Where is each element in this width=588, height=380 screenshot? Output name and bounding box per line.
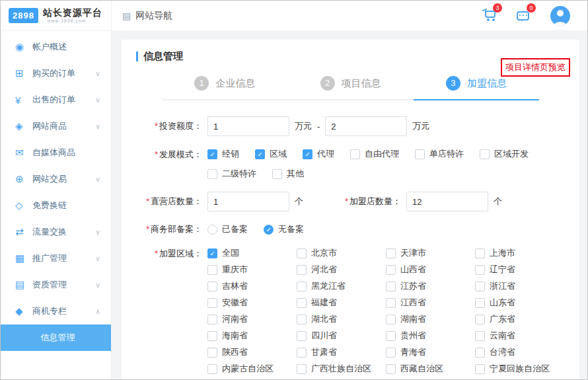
sidebar-item[interactable]: 信息管理 — [1, 324, 111, 351]
step-tab[interactable]: 2 项目信息 — [287, 76, 413, 100]
checkbox-label: 湖北省 — [311, 313, 337, 325]
region-checkbox-option[interactable]: 浙江省 — [475, 280, 564, 292]
region-checkbox-option[interactable]: 重庆市 — [207, 264, 297, 276]
checkbox-icon — [386, 364, 396, 374]
dev-mode-checkbox-option[interactable]: 区域 — [255, 148, 287, 160]
franchise-store-input[interactable] — [406, 192, 488, 211]
messages-button[interactable]: 0 — [517, 7, 529, 24]
region-checkbox-option[interactable]: 宁夏回族自治区 — [475, 363, 564, 375]
checkbox-icon — [207, 149, 217, 159]
region-checkbox-option[interactable]: 辽宁省 — [475, 264, 564, 276]
region-checkbox-option[interactable]: 陕西省 — [207, 346, 297, 358]
region-checkbox-option[interactable]: 青海省 — [386, 346, 475, 358]
region-checkbox-option[interactable]: 天津市 — [386, 247, 475, 259]
region-checkbox-option[interactable]: 海南省 — [207, 330, 297, 342]
sidebar-item-label: 帐户概述 — [32, 41, 100, 53]
required-asterisk: * — [146, 224, 149, 234]
checkbox-label: 海南省 — [222, 330, 248, 342]
checkbox-label: 山西省 — [400, 264, 426, 276]
checkbox-icon — [207, 364, 217, 374]
filing-radio-option[interactable]: 已备案 — [207, 223, 248, 235]
messages-badge: 0 — [527, 3, 536, 13]
chevron-icon: ∨ — [95, 96, 100, 104]
region-checkbox-option[interactable]: 全国 — [207, 247, 297, 259]
filing-radio-option[interactable]: 无备案 — [264, 223, 304, 235]
checkbox-label: 陕西省 — [222, 346, 248, 358]
region-checkbox-option[interactable]: 湖北省 — [297, 313, 386, 325]
dev-mode-checkbox-option[interactable]: 其他 — [272, 168, 304, 180]
region-checkbox-option[interactable]: 山西省 — [386, 264, 475, 276]
checkbox-icon — [297, 265, 307, 275]
investment-min-input[interactable] — [207, 116, 289, 136]
sidebar-item[interactable]: ▤ 资质管理 ∨ — [1, 272, 111, 298]
region-checkbox-option[interactable]: 广西壮族自治区 — [297, 363, 386, 375]
sidebar-item[interactable]: ◉ 帐户概述 — [1, 34, 111, 60]
sidebar-item[interactable]: ◆ 商机专栏 ∧ — [1, 298, 111, 324]
direct-store-label: *直营店数量： — [136, 196, 202, 208]
dev-mode-checkbox-option[interactable]: 经销 — [207, 148, 239, 160]
region-checkbox-option[interactable]: 云南省 — [475, 330, 564, 342]
sidebar-item[interactable]: ⇄ 流量交换 ∨ — [1, 219, 111, 245]
sidebar-item[interactable]: ✉ 自媒体商品 — [1, 139, 111, 166]
sidebar-item[interactable]: ▦ 推广管理 ∨ — [1, 245, 111, 272]
dev-mode-checkbox-option[interactable]: 代理 — [303, 148, 334, 160]
sidebar-item-icon: ◉ — [15, 41, 32, 53]
region-checkbox-option[interactable]: 四川省 — [297, 330, 386, 342]
region-checkbox-option[interactable]: 福建省 — [297, 297, 386, 309]
region-checkbox-option[interactable]: 内蒙古自治区 — [207, 363, 297, 375]
checkbox-label: 山东省 — [490, 297, 515, 309]
sidebar-item[interactable]: ⊕ 网站交易 ∨ — [1, 166, 111, 192]
account-button[interactable] — [550, 7, 570, 24]
project-detail-preview-button[interactable]: 项目详情页预览 — [501, 58, 570, 77]
step-label: 企业信息 — [215, 77, 255, 90]
investment-max-input[interactable] — [325, 116, 407, 136]
radio-icon — [264, 225, 274, 235]
region-checkbox-option[interactable]: 吉林省 — [207, 280, 297, 292]
dev-mode-checkbox-option[interactable]: 自由代理 — [350, 148, 399, 160]
investment-unit-2: 万元 — [412, 120, 429, 132]
region-checkbox-option[interactable]: 西藏自治区 — [386, 363, 475, 375]
region-checkbox-option[interactable]: 河南省 — [207, 313, 297, 325]
checkbox-icon — [297, 315, 307, 324]
region-checkbox-option[interactable]: 江西省 — [386, 297, 475, 309]
region-checkbox-option[interactable]: 北京市 — [297, 247, 386, 259]
sidebar-item[interactable]: ⊞ 购买的订单 ∨ — [1, 60, 111, 87]
chevron-icon: ∨ — [95, 228, 100, 237]
region-checkbox-option[interactable]: 贵州省 — [386, 330, 475, 342]
checkbox-label: 其他 — [287, 168, 304, 180]
region-checkbox-option[interactable]: 江苏省 — [386, 280, 475, 292]
region-checkbox-option[interactable]: 甘肃省 — [297, 346, 386, 358]
checkbox-label: 代理 — [317, 148, 334, 160]
dev-mode-checkbox-option[interactable]: 二级特许 — [207, 168, 256, 180]
step-label: 加盟信息 — [467, 77, 507, 90]
site-nav-link[interactable]: ▤ 网站导航 — [122, 10, 172, 22]
dev-mode-checkbox-option[interactable]: 单店特许 — [415, 148, 464, 160]
sidebar-item[interactable]: ¥ 出售的订单 ∨ — [1, 87, 111, 113]
checkbox-icon — [475, 282, 485, 291]
checkbox-icon — [303, 149, 312, 159]
cart-button[interactable]: 3 — [485, 7, 496, 24]
region-checkbox-option[interactable]: 山东省 — [475, 297, 564, 309]
sidebar-item-icon: ▦ — [15, 252, 32, 264]
checkbox-label: 区域开发 — [494, 148, 529, 160]
step-number-badge: 2 — [320, 76, 335, 91]
sidebar-item[interactable]: ◈ 网站商品 ∨ — [1, 113, 111, 139]
sidebar-item-label: 网站商品 — [32, 120, 95, 132]
region-checkbox-option[interactable]: 湖南省 — [386, 313, 475, 325]
region-checkbox-option[interactable]: 台湾省 — [475, 346, 564, 358]
region-checkbox-option[interactable]: 安徽省 — [207, 297, 297, 309]
step-tab[interactable]: 3 加盟信息 — [414, 76, 539, 100]
dev-mode-checkbox-option[interactable]: 区域开发 — [480, 148, 529, 160]
store-counts-row: *直营店数量： 个 *加盟店数量： 个 — [136, 192, 565, 211]
checkbox-label: 浙江省 — [490, 280, 515, 292]
region-checkbox-option[interactable]: 河北省 — [297, 264, 386, 276]
step-tab[interactable]: 1 企业信息 — [162, 76, 287, 100]
region-checkbox-option[interactable]: 广东省 — [475, 313, 564, 325]
sidebar-item[interactable]: ◇ 免费换链 — [1, 192, 111, 219]
region-checkbox-option[interactable]: 黑龙江省 — [297, 280, 386, 292]
checkbox-icon — [475, 265, 485, 275]
checkbox-label: 辽宁省 — [490, 264, 515, 276]
region-checkbox-option[interactable]: 上海市 — [475, 247, 564, 259]
checkbox-icon — [350, 149, 360, 159]
direct-store-input[interactable] — [207, 192, 289, 211]
